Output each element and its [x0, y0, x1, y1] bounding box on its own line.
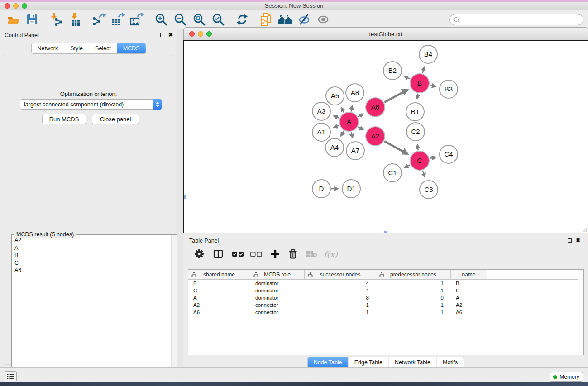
tab-mcds[interactable]: MCDS: [117, 43, 146, 53]
column-header-successor-nodes[interactable]: successor nodes: [305, 270, 376, 279]
column-header-predecessor-nodes[interactable]: predecessor nodes: [376, 270, 451, 279]
graph-node-A3[interactable]: A3: [312, 102, 330, 120]
export-network-button[interactable]: [90, 11, 109, 28]
table-row[interactable]: Cdominator41C: [188, 287, 583, 294]
add-row-button[interactable]: [270, 249, 280, 261]
delete-row-button[interactable]: [288, 249, 297, 261]
graph-edge-C-C1[interactable]: [404, 165, 410, 167]
mcds-list-scrollbar[interactable]: [171, 235, 177, 386]
graph-edge-B-B4[interactable]: [423, 67, 425, 73]
tab-select[interactable]: Select: [89, 43, 117, 53]
task-history-button[interactable]: [5, 371, 17, 381]
table-scrollbar[interactable]: [578, 270, 583, 355]
show-column-button[interactable]: [213, 249, 223, 260]
mcds-result-item[interactable]: B: [12, 252, 171, 259]
export-image-button[interactable]: [128, 11, 147, 28]
graph-edge-C-C3[interactable]: [423, 171, 425, 177]
graph-edge-C-C4[interactable]: [430, 157, 435, 158]
graph-node-C3[interactable]: C3: [420, 181, 438, 199]
graph-node-A6[interactable]: A6: [366, 98, 385, 117]
run-mcds-button[interactable]: Run MCDS: [42, 114, 86, 124]
optimization-criterion-dropdown[interactable]: largest connected component (directed): [20, 99, 162, 110]
graph-node-D1[interactable]: D1: [342, 180, 360, 198]
graph-edge-C-C2[interactable]: [417, 145, 418, 151]
close-table-panel-icon[interactable]: ✖: [576, 237, 580, 243]
close-panel-icon[interactable]: ✖: [168, 32, 173, 38]
tab-network-table[interactable]: Network Table: [389, 357, 437, 367]
search-input[interactable]: [460, 15, 583, 24]
destroy-table-button[interactable]: [306, 250, 317, 259]
graph-node-C[interactable]: C: [410, 151, 429, 170]
float-panel-icon[interactable]: [160, 33, 164, 37]
graph-node-A7[interactable]: A7: [346, 142, 364, 160]
graph-node-C1[interactable]: C1: [383, 164, 402, 182]
zoom-fit-button[interactable]: [190, 11, 209, 28]
graph-edge-A-A1[interactable]: [334, 125, 339, 128]
table-row[interactable]: A6connector11A6: [188, 309, 583, 316]
window-resize-grip[interactable]: [582, 227, 587, 232]
table-row[interactable]: Adominator80A: [188, 294, 583, 301]
graph-edge-A-A5[interactable]: [341, 107, 344, 112]
table-row[interactable]: Bdominator41B: [188, 280, 583, 287]
deselect-all-button[interactable]: [250, 251, 262, 259]
refresh-button[interactable]: [233, 11, 252, 28]
graph-node-A[interactable]: A: [339, 112, 359, 131]
table-settings-button[interactable]: [194, 249, 204, 261]
home-button[interactable]: [276, 11, 295, 28]
zoom-out-button[interactable]: [171, 11, 190, 28]
tab-motifs[interactable]: Motifs: [437, 357, 464, 367]
column-header-shared-name[interactable]: shared name: [188, 270, 250, 279]
graph-node-B1[interactable]: B1: [406, 103, 424, 121]
graph-edge-A6-B[interactable]: [384, 90, 407, 102]
float-table-panel-icon[interactable]: [568, 238, 572, 243]
graph-edge-A-A3[interactable]: [334, 116, 339, 118]
graph-node-B2[interactable]: B2: [383, 62, 402, 80]
graph-edge-A2-C[interactable]: [384, 141, 408, 154]
close-panel-button[interactable]: Close panel: [92, 114, 139, 124]
tab-node-table[interactable]: Node Table: [308, 357, 349, 367]
hide-view-button[interactable]: [295, 11, 314, 28]
export-table-button[interactable]: [109, 11, 128, 28]
mcds-result-item[interactable]: A: [12, 244, 171, 252]
graph-edge-A-A2[interactable]: [358, 127, 363, 129]
tab-style[interactable]: Style: [64, 43, 89, 53]
graph-node-D[interactable]: D: [312, 180, 330, 198]
graph-node-A4[interactable]: A4: [325, 138, 344, 157]
graph-node-B[interactable]: B: [410, 74, 429, 93]
column-header-MCDS-role[interactable]: MCDS role: [250, 270, 305, 279]
graph-node-A1[interactable]: A1: [312, 123, 330, 141]
graph-node-B3[interactable]: B3: [440, 80, 458, 98]
graph-node-A8[interactable]: A8: [346, 84, 364, 102]
tab-edge-table[interactable]: Edge Table: [349, 357, 389, 367]
show-view-button[interactable]: [314, 11, 333, 28]
zoom-in-button[interactable]: [152, 11, 171, 28]
function-builder-button[interactable]: f(x): [324, 250, 338, 259]
graph-edge-B-B1[interactable]: [417, 94, 418, 99]
memory-button[interactable]: Memory: [550, 372, 583, 382]
graph-edge-A-A4[interactable]: [341, 131, 344, 136]
column-header-name[interactable]: name: [451, 270, 487, 279]
mcds-result-item[interactable]: A2: [12, 237, 171, 244]
mcds-result-item[interactable]: C: [12, 259, 171, 267]
zoom-selected-button[interactable]: [209, 11, 228, 28]
graph-node-A2[interactable]: A2: [366, 127, 385, 146]
select-all-button[interactable]: [232, 251, 244, 259]
open-session-button[interactable]: [4, 11, 23, 28]
network-canvas[interactable]: A5A8A6A3AA1A4A7A2B4B2BB3B1C2CC4C1C3DD1: [183, 40, 588, 233]
table-row[interactable]: A2connector11A2: [188, 301, 583, 309]
graph-edge-B-B2[interactable]: [404, 76, 410, 79]
clone-network-button[interactable]: [257, 11, 276, 28]
graph-node-B4[interactable]: B4: [419, 45, 437, 63]
mcds-result-item[interactable]: A6: [12, 267, 171, 274]
save-session-button[interactable]: [23, 11, 42, 28]
graph-node-A5[interactable]: A5: [326, 87, 344, 105]
graph-node-C4[interactable]: C4: [440, 145, 458, 163]
graph-edge-B-B3[interactable]: [430, 86, 436, 87]
graph-edge-A-A7[interactable]: [351, 132, 353, 138]
graph-node-C2[interactable]: C2: [406, 123, 425, 141]
import-table-button[interactable]: [66, 11, 85, 28]
import-network-button[interactable]: [47, 11, 66, 28]
graph-edge-A-A6[interactable]: [358, 114, 363, 116]
graph-edge-A-A8[interactable]: [351, 105, 353, 111]
network-window-titlebar[interactable]: testGlobe.txt: [183, 27, 588, 40]
